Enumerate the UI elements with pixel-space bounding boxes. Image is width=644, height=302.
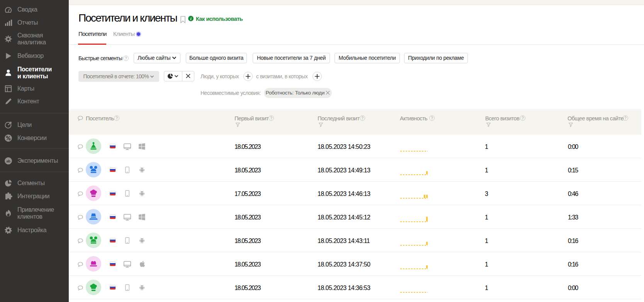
svg-text:ab: ab [6,159,10,163]
